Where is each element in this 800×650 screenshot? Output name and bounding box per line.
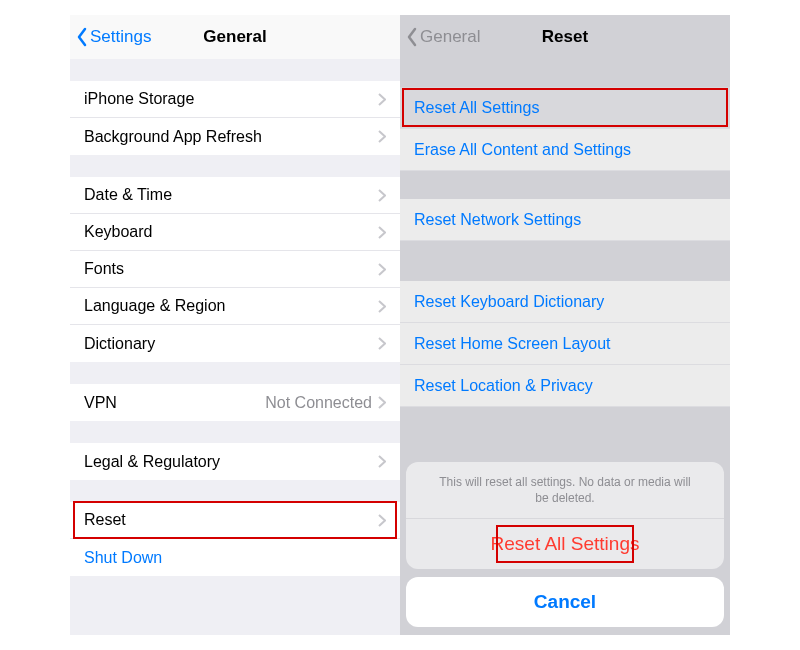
chevron-right-icon <box>378 93 386 106</box>
row-label: Erase All Content and Settings <box>414 141 716 159</box>
row-label: VPN <box>84 394 265 412</box>
chevron-right-icon <box>378 337 386 350</box>
row-label: iPhone Storage <box>84 90 378 108</box>
action-sheet-cancel-button[interactable]: Cancel <box>406 577 724 627</box>
row-erase-all-content[interactable]: Erase All Content and Settings <box>400 129 730 171</box>
row-label: Reset Keyboard Dictionary <box>414 293 716 311</box>
chevron-right-icon <box>378 396 386 409</box>
row-label: Reset Home Screen Layout <box>414 335 716 353</box>
row-reset-location-privacy[interactable]: Reset Location & Privacy <box>400 365 730 407</box>
nav-bar-reset: General Reset <box>400 15 730 59</box>
row-detail: Not Connected <box>265 394 372 412</box>
group-reset-network: Reset Network Settings <box>400 199 730 241</box>
group-reset-main: Reset All Settings Erase All Content and… <box>400 87 730 171</box>
row-label: Background App Refresh <box>84 128 378 146</box>
row-legal-regulatory[interactable]: Legal & Regulatory <box>70 443 400 480</box>
row-label: Fonts <box>84 260 378 278</box>
pane-reset: General Reset Reset All Settings Erase A… <box>400 15 730 635</box>
row-label: Language & Region <box>84 297 378 315</box>
row-label: Date & Time <box>84 186 378 204</box>
chevron-right-icon <box>378 130 386 143</box>
action-sheet-message: This will reset all settings. No data or… <box>406 462 724 519</box>
group-locale: Date & Time Keyboard Fonts Language & Re… <box>70 177 400 362</box>
row-reset[interactable]: Reset <box>70 502 400 539</box>
row-label: Shut Down <box>84 549 386 567</box>
group-storage: iPhone Storage Background App Refresh <box>70 81 400 155</box>
chevron-right-icon <box>378 300 386 313</box>
chevron-right-icon <box>378 226 386 239</box>
group-reset: Reset Shut Down <box>70 502 400 576</box>
row-reset-home-screen-layout[interactable]: Reset Home Screen Layout <box>400 323 730 365</box>
button-label: Reset All Settings <box>491 533 640 554</box>
row-background-app-refresh[interactable]: Background App Refresh <box>70 118 400 155</box>
action-sheet: This will reset all settings. No data or… <box>406 462 724 627</box>
action-sheet-card: This will reset all settings. No data or… <box>406 462 724 569</box>
row-vpn[interactable]: VPN Not Connected <box>70 384 400 421</box>
row-iphone-storage[interactable]: iPhone Storage <box>70 81 400 118</box>
pane-general: Settings General iPhone Storage Backgrou… <box>70 15 400 635</box>
chevron-right-icon <box>378 514 386 527</box>
row-language-region[interactable]: Language & Region <box>70 288 400 325</box>
row-label: Reset Location & Privacy <box>414 377 716 395</box>
row-keyboard[interactable]: Keyboard <box>70 214 400 251</box>
nav-bar-general: Settings General <box>70 15 400 59</box>
row-dictionary[interactable]: Dictionary <box>70 325 400 362</box>
row-fonts[interactable]: Fonts <box>70 251 400 288</box>
row-label: Reset All Settings <box>414 99 716 117</box>
group-vpn: VPN Not Connected <box>70 384 400 421</box>
chevron-right-icon <box>378 455 386 468</box>
group-legal: Legal & Regulatory <box>70 443 400 480</box>
action-sheet-destructive-button[interactable]: Reset All Settings <box>406 519 724 569</box>
chevron-right-icon <box>378 263 386 276</box>
group-reset-other: Reset Keyboard Dictionary Reset Home Scr… <box>400 281 730 407</box>
nav-title-general: General <box>70 27 400 47</box>
nav-title-reset: Reset <box>400 27 730 47</box>
row-date-time[interactable]: Date & Time <box>70 177 400 214</box>
row-reset-keyboard-dictionary[interactable]: Reset Keyboard Dictionary <box>400 281 730 323</box>
row-reset-all-settings[interactable]: Reset All Settings <box>400 87 730 129</box>
row-label: Dictionary <box>84 335 378 353</box>
row-shut-down[interactable]: Shut Down <box>70 539 400 576</box>
chevron-right-icon <box>378 189 386 202</box>
row-label: Legal & Regulatory <box>84 453 378 471</box>
button-label: Cancel <box>534 591 596 612</box>
row-label: Reset Network Settings <box>414 211 716 229</box>
row-label: Keyboard <box>84 223 378 241</box>
row-reset-network-settings[interactable]: Reset Network Settings <box>400 199 730 241</box>
row-label: Reset <box>84 511 378 529</box>
